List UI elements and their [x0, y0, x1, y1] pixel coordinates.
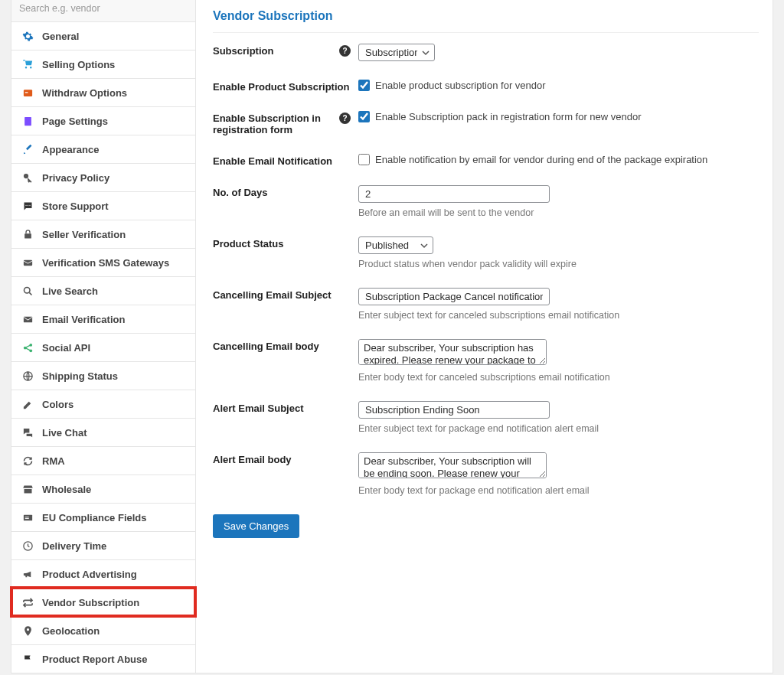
- sidebar-item-label: Colors: [42, 399, 74, 410]
- svg-point-4: [25, 204, 26, 205]
- page-title: Vendor Subscription: [213, 9, 759, 33]
- svg-point-9: [24, 287, 30, 293]
- sidebar-item-delivery-time[interactable]: Delivery Time: [11, 531, 195, 559]
- sms-icon: [21, 256, 34, 269]
- sidebar-item-label: Live Search: [42, 285, 98, 297]
- sidebar-item-colors[interactable]: Colors: [11, 390, 195, 418]
- sidebar-item-label: Withdraw Options: [42, 87, 127, 99]
- help-icon[interactable]: ?: [339, 45, 351, 57]
- svg-point-5: [27, 204, 28, 205]
- alert-subject-input[interactable]: [358, 401, 550, 419]
- sidebar-item-appearance[interactable]: Appearance: [11, 135, 195, 163]
- share-icon: [21, 341, 34, 354]
- sidebar-item-label: Wholesale: [42, 484, 91, 495]
- enable-reg-sub-label: Enable Subscription in registration form: [213, 112, 339, 135]
- sidebar-item-label: Privacy Policy: [42, 172, 109, 184]
- enable-reg-sub-text: Enable Subscription pack in registration…: [375, 111, 642, 122]
- save-changes-button[interactable]: Save Changes: [213, 514, 299, 538]
- sidebar-item-label: Email Verification: [42, 314, 125, 325]
- sidebar-item-rma[interactable]: RMA: [11, 446, 195, 474]
- repeat-icon: [21, 596, 34, 608]
- sidebar-item-label: Seller Verification: [42, 229, 126, 240]
- withdraw-icon: [21, 86, 34, 99]
- pin-icon: [21, 624, 34, 637]
- flag-icon: [21, 653, 34, 665]
- sidebar-item-product-report-abuse[interactable]: Product Report Abuse: [11, 644, 195, 673]
- sidebar-item-label: Product Report Abuse: [42, 654, 147, 665]
- cancel-body-label: Cancelling Email body: [213, 341, 319, 352]
- svg-rect-17: [24, 518, 28, 519]
- sidebar-item-label: Page Settings: [42, 116, 108, 127]
- sidebar-item-email-verification[interactable]: Email Verification: [11, 305, 195, 333]
- lock-icon: [21, 228, 34, 240]
- alert-subject-label: Alert Email Subject: [213, 403, 303, 414]
- svg-rect-7: [24, 233, 31, 238]
- sidebar-item-label: RMA: [42, 455, 65, 467]
- cancel-subject-input[interactable]: [358, 288, 550, 305]
- sidebar-item-label: Verification SMS Gateways: [42, 257, 169, 269]
- sidebar-item-geolocation[interactable]: Geolocation: [11, 616, 195, 644]
- subscription-select[interactable]: Subscriptions: [358, 44, 435, 61]
- enable-product-sub-label: Enable Product Subscription: [213, 81, 349, 93]
- sidebar-item-label: Product Advertising: [42, 569, 137, 580]
- alert-body-textarea[interactable]: Dear subscriber, Your subscription will …: [358, 452, 547, 478]
- search-icon: [21, 285, 34, 297]
- sidebar-item-label: Vendor Subscription: [42, 597, 139, 608]
- sidebar-search-placeholder[interactable]: Search e.g. vendor: [11, 0, 195, 21]
- product-status-label: Product Status: [213, 238, 283, 249]
- gear-icon: [21, 30, 34, 42]
- sidebar-item-general[interactable]: General: [11, 21, 195, 50]
- refresh-icon: [21, 455, 34, 467]
- settings-main: Vendor Subscription Subscription ? Subsc…: [196, 0, 773, 673]
- alert-body-label: Alert Email body: [213, 454, 292, 465]
- product-status-select[interactable]: Published: [358, 236, 433, 254]
- cancel-subject-desc: Enter subject text for canceled subscrip…: [358, 310, 759, 321]
- clock-icon: [21, 540, 34, 552]
- sidebar-item-social-api[interactable]: Social API: [11, 333, 195, 361]
- no-of-days-desc: Before an email will be sent to the vend…: [358, 207, 759, 218]
- svg-rect-16: [24, 517, 28, 517]
- svg-rect-15: [23, 514, 31, 520]
- sidebar-item-selling-options[interactable]: Selling Options: [11, 50, 195, 78]
- sidebar-item-label: General: [42, 31, 79, 42]
- megaphone-icon: [21, 568, 34, 580]
- mail-icon: [21, 313, 34, 325]
- sidebar-item-shipping-status[interactable]: Shipping Status: [11, 361, 195, 390]
- no-of-days-label: No. of Days: [213, 187, 268, 198]
- sidebar-item-withdraw-options[interactable]: Withdraw Options: [11, 78, 195, 106]
- sidebar-item-store-support[interactable]: Store Support: [11, 191, 195, 220]
- sidebar-item-verification-sms-gateways[interactable]: Verification SMS Gateways: [11, 248, 195, 276]
- enable-reg-sub-checkbox[interactable]: [358, 111, 370, 122]
- sidebar-item-seller-verification[interactable]: Seller Verification: [11, 220, 195, 248]
- no-of-days-input[interactable]: [358, 185, 550, 203]
- sidebar-item-page-settings[interactable]: Page Settings: [11, 106, 195, 135]
- cancel-subject-label: Cancelling Email Subject: [213, 289, 332, 301]
- comments-icon: [21, 426, 34, 439]
- help-icon[interactable]: ?: [339, 112, 351, 124]
- eu-icon: [21, 511, 34, 523]
- sidebar-item-privacy-policy[interactable]: Privacy Policy: [11, 163, 195, 191]
- svg-point-19: [26, 628, 28, 631]
- sidebar-item-live-chat[interactable]: Live Chat: [11, 418, 195, 446]
- sidebar-item-label: EU Compliance Fields: [42, 512, 147, 523]
- brush-icon: [21, 143, 34, 155]
- enable-product-sub-checkbox[interactable]: [358, 80, 370, 91]
- sidebar-item-wholesale[interactable]: Wholesale: [11, 474, 195, 503]
- sidebar-item-label: Shipping Status: [42, 370, 118, 382]
- sidebar-item-product-advertising[interactable]: Product Advertising: [11, 559, 195, 588]
- cancel-body-textarea[interactable]: Dear subscriber, Your subscription has e…: [358, 339, 547, 365]
- cancel-body-desc: Enter body text for canceled subscriptio…: [358, 372, 759, 383]
- enable-email-notif-checkbox[interactable]: [358, 154, 370, 165]
- page-icon: [21, 115, 34, 127]
- store-icon: [21, 483, 34, 495]
- svg-rect-2: [24, 116, 31, 125]
- settings-app: Search e.g. vendor GeneralSelling Option…: [0, 0, 784, 675]
- sidebar-item-live-search[interactable]: Live Search: [11, 276, 195, 305]
- cart-icon: [21, 58, 34, 70]
- sidebar-item-eu-compliance-fields[interactable]: EU Compliance Fields: [11, 503, 195, 531]
- subscription-label: Subscription: [213, 45, 273, 57]
- svg-point-6: [29, 204, 30, 205]
- chat-icon: [21, 200, 34, 212]
- settings-sidebar: Search e.g. vendor GeneralSelling Option…: [11, 0, 196, 673]
- sidebar-item-vendor-subscription[interactable]: Vendor Subscription: [11, 588, 195, 616]
